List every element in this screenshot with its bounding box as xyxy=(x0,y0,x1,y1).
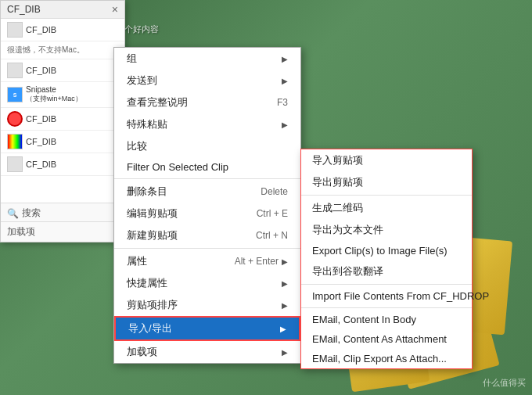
sub-label-export-google: 导出到谷歌翻译 xyxy=(312,265,383,277)
sub-label-email-clip-export: EMail, Clip Export As Attach... xyxy=(312,353,447,364)
sub-label-email-attach: EMail, Content As Attachment xyxy=(312,333,447,345)
clip-label-2: 很遗憾，不支持Mac。 xyxy=(7,45,84,56)
clip-label-snipaste: Snipaste（支持win+Mac） xyxy=(26,85,82,104)
menu-label-new: 新建剪贴项 xyxy=(127,228,178,242)
sub-separator-3 xyxy=(301,307,472,308)
menu-label-properties: 属性 xyxy=(127,254,147,268)
arrow-addons: ▶ xyxy=(282,348,288,357)
clip-label-7: CF_DIB xyxy=(26,160,56,169)
sub-label-export-image: Export Clip(s) to Image File(s) xyxy=(312,245,448,257)
separator-1 xyxy=(114,178,300,179)
shortcut-delete: Delete xyxy=(261,186,288,197)
menu-item-quick-props[interactable]: 快捷属性 ▶ xyxy=(114,272,300,294)
menu-label-compare: 比较 xyxy=(127,139,147,153)
sub-item-import-file[interactable]: Import File Contents From CF_HDROP xyxy=(301,286,472,306)
separator-2 xyxy=(114,248,300,249)
shortcut-edit: Ctrl + E xyxy=(257,208,288,219)
arrow-sort: ▶ xyxy=(282,301,288,310)
menu-label-quick-props: 快捷属性 xyxy=(127,276,167,290)
sub-menu: 导入剪贴项 导出剪贴项 生成二维码 导出为文本文件 Export Clip(s)… xyxy=(300,149,473,369)
clip-icon-red xyxy=(7,111,23,127)
clip-item-5[interactable]: CF_DIB xyxy=(1,108,124,131)
sub-label-import-clips: 导入剪贴项 xyxy=(312,154,363,166)
menu-item-send-to[interactable]: 发送到 ▶ xyxy=(114,70,300,92)
clip-item-3[interactable]: CF_DIB xyxy=(1,59,124,82)
context-menu: 组 ▶ 发送到 ▶ 查看完整说明 F3 特殊粘贴 ▶ 比较 Filter On … xyxy=(113,47,301,364)
menu-item-import-export[interactable]: 导入/导出 ▶ xyxy=(114,316,300,341)
addons-bar[interactable]: 加载项 xyxy=(1,221,124,242)
menu-item-filter[interactable]: Filter On Selected Clip xyxy=(114,157,300,177)
menu-label-import-export: 导入/导出 xyxy=(128,321,172,336)
clip-icon-snipaste: S xyxy=(7,87,23,102)
menu-item-view-desc[interactable]: 查看完整说明 F3 xyxy=(114,92,300,113)
sub-label-export-clips: 导出剪贴项 xyxy=(312,176,363,188)
shortcut-properties: Alt + Enter xyxy=(235,256,279,267)
search-icon: 🔍 xyxy=(7,208,19,219)
menu-label-send-to: 发送到 xyxy=(127,74,157,88)
clip-icon-1 xyxy=(7,22,23,38)
search-label: 搜索 xyxy=(22,206,41,220)
sub-separator-2 xyxy=(301,284,472,285)
addons-label: 加载项 xyxy=(7,225,35,239)
clip-label-5: CF_DIB xyxy=(26,114,56,124)
clip-item-2[interactable]: 很遗憾，不支持Mac。 xyxy=(1,41,124,59)
menu-label-edit: 编辑剪贴项 xyxy=(127,206,178,221)
clip-icon-gradient xyxy=(7,134,23,149)
menu-item-group[interactable]: 组 ▶ xyxy=(114,48,300,70)
arrow-quick-props: ▶ xyxy=(282,279,288,288)
menu-label-special-paste: 特殊粘贴 xyxy=(127,117,167,131)
panel-title: CF_DIB xyxy=(7,4,41,15)
menu-label-sort: 剪贴项排序 xyxy=(127,298,178,312)
clip-item-snipaste[interactable]: S Snipaste（支持win+Mac） xyxy=(1,82,124,108)
clip-item-7[interactable]: CF_DIB xyxy=(1,153,124,176)
sub-item-export-text[interactable]: 导出为文本文件 xyxy=(301,219,472,241)
sub-item-import-clips[interactable]: 导入剪贴项 xyxy=(301,149,472,171)
clip-label-6: CF_DIB xyxy=(26,137,56,146)
panel-close-button[interactable]: × xyxy=(112,4,118,15)
sub-item-email-body[interactable]: EMail, Content In Body xyxy=(301,310,472,329)
sub-separator-1 xyxy=(301,195,472,196)
sub-item-export-google[interactable]: 导出到谷歌翻译 xyxy=(301,260,472,282)
arrow-send-to: ▶ xyxy=(282,77,288,85)
panel-header: CF_DIB × xyxy=(1,1,124,19)
arrow-properties: ▶ xyxy=(282,257,288,266)
menu-item-properties[interactable]: 属性 Alt + Enter ▶ xyxy=(114,250,300,272)
sub-label-import-file: Import File Contents From CF_HDROP xyxy=(312,290,489,302)
sub-item-email-clip-export[interactable]: EMail, Clip Export As Attach... xyxy=(301,349,472,368)
arrow-import-export: ▶ xyxy=(280,325,286,333)
menu-item-addons[interactable]: 加载项 ▶ xyxy=(114,341,300,363)
sub-item-export-clips[interactable]: 导出剪贴项 xyxy=(301,171,472,193)
menu-label-group: 组 xyxy=(127,52,137,66)
menu-item-edit[interactable]: 编辑剪贴项 Ctrl + E xyxy=(114,203,300,224)
menu-item-sort[interactable]: 剪贴项排序 ▶ xyxy=(114,294,300,316)
sub-item-export-image[interactable]: Export Clip(s) to Image File(s) xyxy=(301,241,472,260)
arrow-special-paste: ▶ xyxy=(282,120,288,129)
menu-item-new[interactable]: 新建剪贴项 Ctrl + N xyxy=(114,224,300,246)
menu-item-delete[interactable]: 删除条目 Delete xyxy=(114,181,300,203)
menu-label-view-desc: 查看完整说明 xyxy=(127,95,188,110)
menu-label-addons: 加载项 xyxy=(127,345,157,359)
menu-item-special-paste[interactable]: 特殊粘贴 ▶ xyxy=(114,113,300,135)
clip-icon-3 xyxy=(7,63,23,78)
sub-label-gen-qr: 生成二维码 xyxy=(312,202,363,214)
clip-icon-7 xyxy=(7,156,23,172)
sub-label-email-body: EMail, Content In Body xyxy=(312,314,416,325)
watermark-text: 什么值得买 xyxy=(483,377,526,389)
panel-body: CF_DIB 很遗憾，不支持Mac。 CF_DIB S Snipaste（支持w… xyxy=(1,19,124,176)
menu-label-filter: Filter On Selected Clip xyxy=(127,161,228,173)
clipboard-panel: CF_DIB × CF_DIB 很遗憾，不支持Mac。 CF_DIB S Sni… xyxy=(0,0,125,242)
clip-item-1[interactable]: CF_DIB xyxy=(1,19,124,41)
sub-item-email-attach[interactable]: EMail, Content As Attachment xyxy=(301,329,472,349)
shortcut-view-desc: F3 xyxy=(277,97,288,108)
menu-label-delete: 删除条目 xyxy=(127,185,167,199)
arrow-group: ▶ xyxy=(282,55,288,63)
sub-label-export-text: 导出为文本文件 xyxy=(312,224,383,235)
clip-item-6[interactable]: CF_DIB xyxy=(1,131,124,153)
search-bar[interactable]: 🔍 搜索 xyxy=(1,203,124,223)
menu-item-compare[interactable]: 比较 xyxy=(114,135,300,157)
clip-label-3: CF_DIB xyxy=(26,66,56,75)
clip-label-1: CF_DIB xyxy=(26,25,56,34)
sub-item-gen-qr[interactable]: 生成二维码 xyxy=(301,197,472,219)
shortcut-new: Ctrl + N xyxy=(256,230,288,241)
